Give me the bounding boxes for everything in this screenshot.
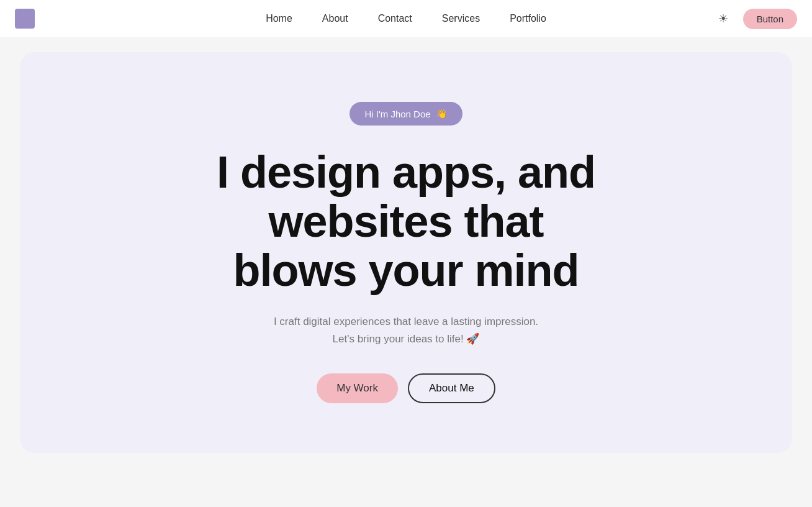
hero-title-line1: I design apps, and websites that — [217, 147, 595, 246]
hero-buttons: My Work About Me — [317, 373, 495, 403]
hero-title: I design apps, and websites that blows y… — [127, 148, 685, 296]
nav-cta-button[interactable]: Button — [743, 9, 797, 29]
greeting-emoji: 👋 — [436, 108, 448, 119]
navbar: Home About Contact Services Portfolio ☀ … — [0, 0, 812, 37]
nav-services[interactable]: Services — [442, 13, 480, 24]
greeting-text: Hi I'm Jhon Doe — [364, 109, 430, 119]
about-me-button[interactable]: About Me — [408, 373, 495, 403]
my-work-button[interactable]: My Work — [317, 373, 398, 403]
logo[interactable] — [15, 9, 35, 29]
hero-title-line2: blows your mind — [233, 245, 579, 295]
navbar-right: ☀ Button — [713, 9, 797, 29]
nav-about[interactable]: About — [322, 13, 348, 24]
hero-card: Hi I'm Jhon Doe 👋 I design apps, and web… — [20, 52, 792, 453]
nav-contact[interactable]: Contact — [378, 13, 412, 24]
theme-toggle-button[interactable]: ☀ — [713, 9, 733, 29]
sun-icon: ☀ — [718, 12, 728, 25]
hero-subtitle-line1: I craft digital experiences that leave a… — [274, 316, 538, 327]
nav-portfolio[interactable]: Portfolio — [510, 13, 546, 24]
hero-subtitle-line2: Let's bring your ideas to life! 🚀 — [333, 333, 480, 345]
hero-wrapper: Hi I'm Jhon Doe 👋 I design apps, and web… — [0, 37, 812, 478]
nav-links: Home About Contact Services Portfolio — [266, 13, 546, 24]
nav-home[interactable]: Home — [266, 13, 292, 24]
greeting-badge: Hi I'm Jhon Doe 👋 — [350, 102, 462, 126]
hero-subtitle: I craft digital experiences that leave a… — [274, 313, 538, 349]
